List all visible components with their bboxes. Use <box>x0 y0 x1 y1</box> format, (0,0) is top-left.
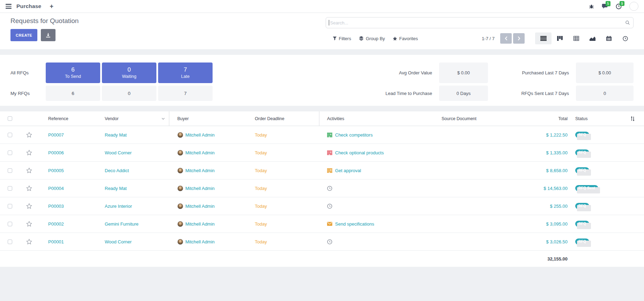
all-rfqs-waiting-button[interactable]: 0 Waiting <box>102 63 156 83</box>
all-rfqs-to-send-button[interactable]: 6 To Send <box>46 63 100 83</box>
apps-menu-icon[interactable] <box>6 3 12 9</box>
order-deadline-cell[interactable]: Today <box>248 197 319 215</box>
favorite-star-icon[interactable] <box>20 197 38 215</box>
column-header-reference[interactable]: Reference <box>38 111 98 126</box>
table-row[interactable]: P00007 Ready Mat Mitchell Admin Today Ch… <box>0 126 644 144</box>
total-cell[interactable]: $ 3,026.50 <box>529 233 569 250</box>
pivot-view-button[interactable] <box>568 32 584 44</box>
source-document-cell[interactable] <box>435 179 529 197</box>
debug-bug-icon[interactable] <box>589 4 594 9</box>
vendor-link[interactable]: Azure Interior <box>98 197 169 215</box>
table-row[interactable]: P00005 Deco Addict Mitchell Admin Today … <box>0 162 644 179</box>
column-header-vendor[interactable]: Vendor <box>98 111 169 126</box>
reference-link[interactable]: P00006 <box>38 144 98 161</box>
buyer-cell[interactable]: Mitchell Admin <box>169 197 248 215</box>
order-deadline-cell[interactable]: Today <box>248 233 319 250</box>
column-header-activities[interactable]: Activities <box>319 111 435 126</box>
order-deadline-cell[interactable]: Today <box>248 215 319 233</box>
vendor-link[interactable]: Wood Corner <box>98 233 169 250</box>
order-deadline-cell[interactable]: Today <box>248 179 319 197</box>
purchased-last-7-days[interactable]: $ 0.00 <box>576 63 634 83</box>
buyer-link[interactable]: Mitchell Admin <box>185 186 215 191</box>
activity-label[interactable]: Get approval <box>335 168 361 173</box>
messages-icon[interactable]: 5 <box>602 3 608 9</box>
pager-previous-button[interactable] <box>500 33 512 44</box>
list-view-button[interactable] <box>535 32 552 44</box>
buyer-link[interactable]: Mitchell Admin <box>185 221 215 227</box>
avg-order-value[interactable]: $ 0.00 <box>439 63 488 83</box>
row-checkbox[interactable] <box>0 215 20 233</box>
my-rfqs-late-cell[interactable]: 7 <box>158 86 213 101</box>
column-header-total[interactable]: Total <box>529 111 569 126</box>
row-checkbox[interactable] <box>0 144 20 161</box>
activity-label[interactable]: Check optional products <box>335 150 384 155</box>
buyer-cell[interactable]: Mitchell Admin <box>169 144 248 161</box>
pager-next-button[interactable] <box>513 33 525 44</box>
tasks-icon[interactable] <box>327 168 333 173</box>
clock-icon[interactable] <box>327 204 333 208</box>
activity-view-button[interactable] <box>617 32 634 44</box>
total-cell[interactable]: $ 8,658.00 <box>529 162 569 179</box>
row-checkbox[interactable] <box>0 179 20 197</box>
vendor-link[interactable]: Wood Corner <box>98 144 169 161</box>
envelope-icon[interactable] <box>327 221 333 226</box>
calendar-view-button[interactable] <box>601 32 617 44</box>
export-button[interactable] <box>41 29 55 41</box>
app-title[interactable]: Purchase <box>16 3 41 9</box>
total-cell[interactable]: $ 1,222.50 <box>529 126 569 144</box>
select-all-checkbox[interactable] <box>0 111 20 126</box>
table-row[interactable]: P00004 Ready Mat Mitchell Admin Today $ … <box>0 179 644 197</box>
column-header-status[interactable]: Status <box>569 111 621 126</box>
source-document-cell[interactable] <box>435 233 529 250</box>
rfqs-sent-last-7-days[interactable]: 0 <box>576 86 634 101</box>
new-tab-plus-icon[interactable]: + <box>50 3 53 9</box>
reference-link[interactable]: P00003 <box>38 197 98 215</box>
reference-link[interactable]: P00005 <box>38 162 98 179</box>
buyer-link[interactable]: Mitchell Admin <box>185 132 215 138</box>
buyer-cell[interactable]: Mitchell Admin <box>169 233 248 250</box>
favorite-star-icon[interactable] <box>20 215 38 233</box>
activity-cell[interactable]: Get approval <box>319 162 435 179</box>
buyer-cell[interactable]: Mitchell Admin <box>169 162 248 179</box>
column-header-buyer[interactable]: Buyer <box>169 111 248 126</box>
optional-columns-button[interactable] <box>621 111 644 126</box>
source-document-cell[interactable] <box>435 126 529 144</box>
source-document-cell[interactable] <box>435 162 529 179</box>
activity-cell[interactable] <box>319 197 435 215</box>
source-document-cell[interactable] <box>435 197 529 215</box>
my-rfqs-to-send-cell[interactable]: 6 <box>46 86 100 101</box>
kanban-view-button[interactable] <box>552 32 568 44</box>
vendor-link[interactable]: Gemini Furniture <box>98 215 169 233</box>
buyer-cell[interactable]: Mitchell Admin <box>169 215 248 233</box>
vendor-link[interactable]: Deco Addict <box>98 162 169 179</box>
activity-cell[interactable] <box>319 233 435 250</box>
favorite-star-icon[interactable] <box>20 179 38 197</box>
lead-time-to-purchase[interactable]: 0 Days <box>439 86 488 101</box>
reference-link[interactable]: P00007 <box>38 126 98 144</box>
order-deadline-cell[interactable]: Today <box>248 162 319 179</box>
clock-icon[interactable] <box>327 239 333 244</box>
buyer-link[interactable]: Mitchell Admin <box>185 150 215 155</box>
favorite-star-icon[interactable] <box>20 233 38 250</box>
vendor-link[interactable]: Ready Mat <box>98 126 169 144</box>
reference-link[interactable]: P00002 <box>38 215 98 233</box>
row-checkbox[interactable] <box>0 197 20 215</box>
group-by-button[interactable]: Group By <box>359 36 385 41</box>
favorites-button[interactable]: Favorites <box>393 36 418 41</box>
activity-cell[interactable]: Check competitors <box>319 126 435 144</box>
my-rfqs-waiting-cell[interactable]: 0 <box>102 86 156 101</box>
reference-link[interactable]: P00001 <box>38 233 98 250</box>
total-cell[interactable]: $ 14,563.00 <box>529 179 569 197</box>
activity-cell[interactable]: Check optional products <box>319 144 435 161</box>
tasks-icon[interactable] <box>327 150 333 155</box>
tasks-icon[interactable] <box>327 132 333 137</box>
create-button[interactable]: CREATE <box>10 29 37 41</box>
total-cell[interactable]: $ 3,095.00 <box>529 215 569 233</box>
favorite-star-icon[interactable] <box>20 126 38 144</box>
favorite-star-icon[interactable] <box>20 162 38 179</box>
activity-cell[interactable] <box>319 179 435 197</box>
source-document-cell[interactable] <box>435 144 529 161</box>
search-icon[interactable] <box>625 20 630 25</box>
total-cell[interactable]: $ 1,335.00 <box>529 144 569 161</box>
row-checkbox[interactable] <box>0 126 20 144</box>
